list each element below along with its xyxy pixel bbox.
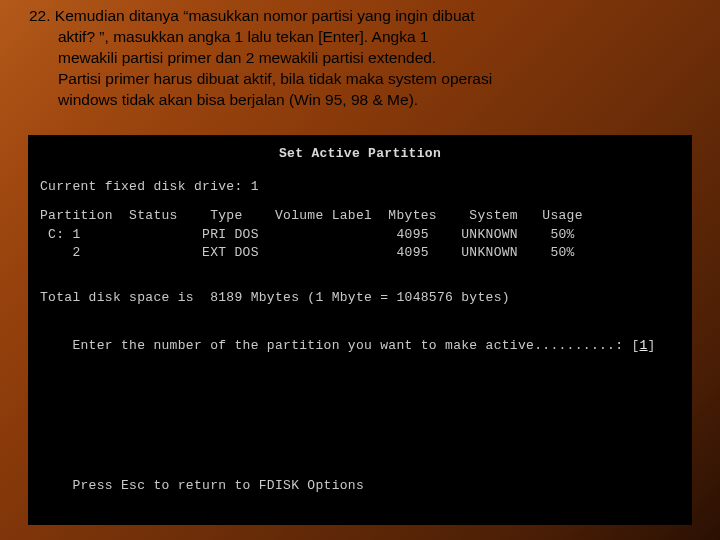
fdisk-terminal: Set Active Partition Current fixed disk … xyxy=(28,135,692,525)
table-row: 2 EXT DOS 4095 UNKNOWN 50% xyxy=(40,244,680,263)
footer-line: Press Esc to return to FDISK Options xyxy=(40,458,364,515)
text-line-4: Partisi primer harus dibuat aktif, bila … xyxy=(20,69,700,90)
total-space-line: Total disk space is 8189 Mbytes (1 Mbyte… xyxy=(40,289,680,308)
text-line-3: mewakili partisi primer dan 2 mewakili p… xyxy=(20,48,700,69)
text-line-1: 22. Kemudian ditanya “masukkan nomor par… xyxy=(20,6,700,27)
esc-key: Esc xyxy=(121,478,145,493)
prompt-line: Enter the number of the partition you wa… xyxy=(40,318,680,375)
table-header: Partition Status Type Volume Label Mbyte… xyxy=(40,207,680,226)
table-row: C: 1 PRI DOS 4095 UNKNOWN 50% xyxy=(40,226,680,245)
text-line-2: aktif? ”, masukkan angka 1 lalu tekan [E… xyxy=(20,27,700,48)
current-disk-line: Current fixed disk drive: 1 xyxy=(40,178,680,197)
partition-input[interactable]: 1 xyxy=(640,338,648,353)
prompt-close: ] xyxy=(648,338,656,353)
terminal-title: Set Active Partition xyxy=(40,145,680,164)
text-line-5: windows tidak akan bisa berjalan (Win 95… xyxy=(20,90,700,111)
instruction-text: 22. Kemudian ditanya “masukkan nomor par… xyxy=(0,0,720,117)
footer-post: to return to FDISK Options xyxy=(145,478,364,493)
footer-pre: Press xyxy=(72,478,121,493)
prompt-text: Enter the number of the partition you wa… xyxy=(72,338,639,353)
